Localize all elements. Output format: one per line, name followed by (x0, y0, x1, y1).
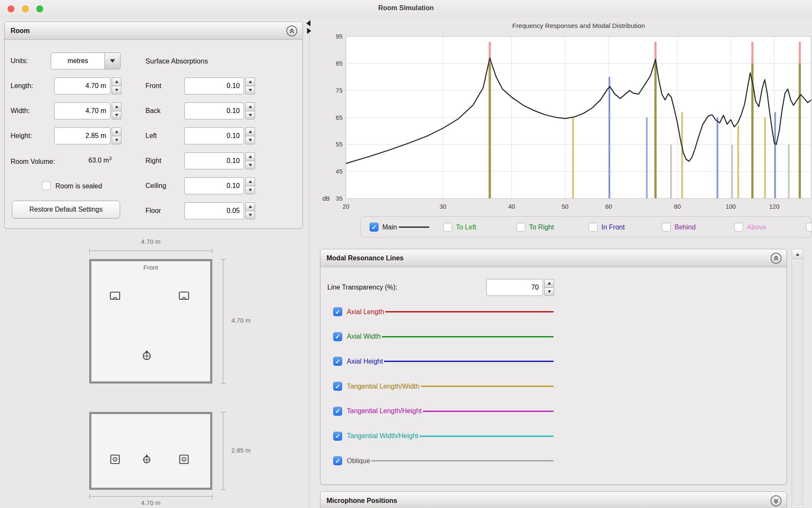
down-arrow-icon (249, 139, 252, 141)
right-absorption-spinner-field[interactable] (184, 152, 244, 169)
room-sealed-label: Room is sealed (55, 182, 102, 190)
oblique-line-swatch (371, 460, 554, 461)
line-transparency-label: Line Transparency (%): (327, 284, 397, 291)
length-spinner-field[interactable] (54, 77, 110, 94)
line-transparency-spinner-decrement-button[interactable] (544, 287, 554, 296)
down-arrow-icon (548, 290, 551, 293)
length-spinner-increment-button[interactable] (112, 77, 121, 86)
oblique-checkbox[interactable]: ✓ (333, 456, 342, 465)
y-axis-tick-label: 45 (336, 168, 343, 175)
tangential-width-height-checkbox[interactable]: ✓ (333, 432, 342, 441)
legend-checkbox-above[interactable] (734, 223, 743, 232)
ceiling-absorption-spinner-decrement-button[interactable] (245, 186, 255, 195)
ceiling-absorption-spinner-increment-button[interactable] (245, 177, 255, 186)
left-absorption-spinner-decrement-button[interactable] (245, 136, 255, 145)
axial-width-line-swatch (382, 336, 554, 337)
settings-scrollbar[interactable] (792, 249, 803, 508)
scrollbar-up-button[interactable] (792, 249, 803, 260)
left-absorption-spinner-field[interactable] (184, 127, 244, 144)
axial-width-checkbox[interactable]: ✓ (333, 332, 342, 341)
front-wall-label: Front (91, 264, 210, 271)
modal-line-row-tangential-length-height: ✓Tangential Length/Height (333, 407, 554, 416)
line-transparency-spinner-increment-button[interactable] (544, 279, 554, 287)
line-transparency-spinner (486, 279, 554, 296)
tangential-length-width-label: Tangential Length/Width (347, 383, 420, 390)
height-spinner-field[interactable] (54, 127, 110, 144)
legend-checkbox-main[interactable]: ✓ (370, 223, 379, 232)
tangential-length-width-checkbox[interactable]: ✓ (333, 382, 342, 391)
modal-line-row-axial-width: ✓Axial Width (333, 332, 554, 341)
width-spinner-increment-button[interactable] (112, 102, 121, 111)
modal-line-row-tangential-length-width: ✓Tangential Length/Width (333, 382, 554, 391)
back-absorption-label: Back (145, 107, 161, 115)
height-spinner-decrement-button[interactable] (112, 136, 121, 145)
splitter-expand-icon[interactable] (307, 28, 311, 34)
modal-line-row-oblique: ✓Oblique (333, 456, 554, 465)
tangential-length-width-line-swatch (421, 386, 554, 387)
modal-resonance-panel: Modal Resonance Lines Line Transparency … (320, 249, 787, 485)
legend-checkbox-partial[interactable] (806, 223, 812, 232)
back-absorption-spinner-field[interactable] (184, 102, 244, 119)
floor-absorption-spinner-field[interactable] (184, 202, 244, 219)
room-volume-label: Room Volume: (11, 158, 55, 166)
chart-plot-area: 35455565758595dB203040506080100120 (315, 18, 812, 216)
units-dropdown-button[interactable] (104, 52, 121, 69)
width-spinner-field[interactable] (54, 102, 110, 119)
line-transparency-spinner-field[interactable] (486, 279, 543, 296)
double-chevron-up-icon (773, 255, 779, 262)
legend-checkbox-to-left[interactable] (443, 223, 452, 232)
front-absorption-spinner-field[interactable] (184, 77, 244, 94)
dropdown-arrow-icon (110, 59, 115, 63)
back-absorption-spinner-increment-button[interactable] (245, 102, 255, 111)
back-absorption-spinner-decrement-button[interactable] (245, 111, 255, 120)
legend-item-behind: Behind (662, 223, 696, 232)
surface-absorptions-title: Surface Absorptions (145, 57, 208, 65)
window-title: Room Simulation (0, 4, 812, 12)
legend-checkbox-behind[interactable] (662, 223, 671, 232)
ceiling-absorption-spinner (184, 177, 255, 194)
room-volume-value: 63.0 m3 (88, 156, 112, 164)
axial-height-checkbox[interactable]: ✓ (333, 357, 342, 366)
panel-splitter[interactable] (309, 18, 310, 508)
length-spinner-decrement-button[interactable] (112, 86, 121, 95)
floor-absorption-spinner-increment-button[interactable] (245, 202, 255, 211)
axial-length-checkbox[interactable]: ✓ (333, 307, 342, 316)
splitter-collapse-icon[interactable] (306, 20, 310, 26)
tangential-length-height-checkbox[interactable]: ✓ (333, 407, 342, 416)
right-absorption-spinner-decrement-button[interactable] (245, 161, 255, 170)
mic-expand-button[interactable] (771, 495, 782, 506)
modal-collapse-button[interactable] (771, 253, 782, 264)
speaker-icon (179, 454, 189, 466)
restore-defaults-button[interactable]: Restore Default Settings (12, 201, 120, 218)
right-absorption-spinner-increment-button[interactable] (245, 152, 255, 161)
height-spinner-increment-button[interactable] (112, 127, 121, 136)
legend-label-in-front: In Front (601, 224, 625, 231)
front-absorption-spinner-decrement-button[interactable] (245, 86, 255, 95)
floor-absorption-spinner-decrement-button[interactable] (245, 211, 255, 220)
units-dropdown[interactable] (51, 52, 121, 69)
legend-checkbox-in-front[interactable] (589, 223, 598, 232)
width-spinner-decrement-button[interactable] (112, 111, 121, 120)
ceiling-absorption-spinner-field[interactable] (184, 177, 244, 194)
front-absorption-spinner-increment-button[interactable] (245, 77, 255, 86)
mic-panel-header: Microphone Positions (321, 492, 787, 508)
legend-checkbox-to-right[interactable] (516, 223, 525, 232)
front-absorption-label: Front (145, 82, 161, 90)
front-view-height-dim-label: 2.85 m (231, 447, 251, 454)
scrollbar-thumb[interactable] (793, 261, 802, 506)
room-collapse-button[interactable] (286, 25, 297, 36)
legend-line-swatch (399, 226, 429, 228)
x-axis-tick-label: 120 (769, 203, 779, 210)
width-label: Width: (11, 107, 30, 115)
units-value-field[interactable] (51, 52, 105, 69)
legend-item-to-left: To Left (443, 223, 476, 232)
y-axis-tick-label: 55 (336, 141, 343, 148)
dimension-line (223, 259, 223, 384)
down-arrow-icon (115, 89, 118, 91)
left-absorption-spinner-increment-button[interactable] (245, 127, 255, 136)
room-panel-title: Room (11, 27, 30, 35)
restore-defaults-label: Restore Default Settings (29, 206, 102, 213)
x-axis-tick-label: 40 (508, 203, 515, 210)
room-sealed-checkbox[interactable] (42, 181, 51, 190)
room-front-view-diagram (89, 412, 212, 490)
